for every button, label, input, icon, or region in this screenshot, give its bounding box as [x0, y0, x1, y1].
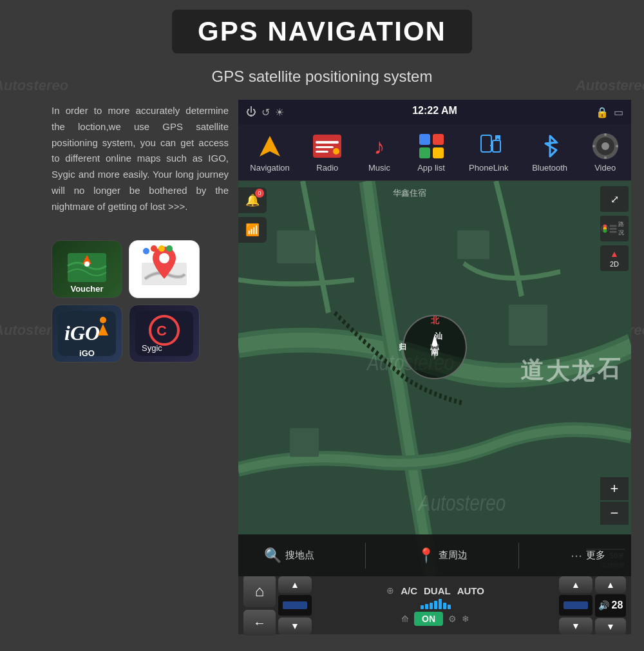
right-vol-up[interactable]: ▲: [559, 576, 592, 593]
svg-rect-52: [610, 228, 617, 230]
menu-bluetooth[interactable]: Bluetooth: [527, 129, 573, 175]
svg-point-6: [143, 248, 149, 254]
search-icon: 🔍: [264, 547, 281, 564]
svg-point-5: [159, 253, 169, 263]
svg-rect-40: [457, 231, 489, 259]
volume-value: 28: [612, 599, 623, 611]
svg-text:Sygic: Sygic: [142, 343, 162, 353]
menu-phonelink[interactable]: PhoneLink: [464, 129, 513, 175]
left-vol-up[interactable]: ▲: [278, 576, 312, 593]
sygic-app-icon[interactable]: C Sygic: [129, 305, 200, 363]
phonelink-icon: [475, 132, 503, 160]
ac-label: A/C: [401, 585, 417, 596]
svg-point-2: [84, 261, 90, 267]
vol-up-btn[interactable]: ▲: [595, 576, 626, 593]
menu-video[interactable]: Video: [586, 129, 625, 175]
svg-rect-26: [419, 147, 430, 158]
divider-1: [365, 543, 366, 569]
nearby-btn[interactable]: 📍 查周边: [417, 547, 468, 564]
zoom-out-btn[interactable]: −: [600, 502, 629, 525]
google-maps-icon[interactable]: [129, 240, 200, 298]
compass: 北 汕 归 南: [402, 315, 467, 379]
map-right-controls: ⤢ 路况 ▲ 2D: [600, 186, 631, 271]
bar-2: [425, 604, 428, 609]
title-bar: GPS NAVIGATION: [172, 10, 472, 53]
fullscreen-btn[interactable]: ⤢: [600, 186, 629, 212]
back-button[interactable]: ←: [243, 610, 276, 636]
nearby-icon: 📍: [417, 547, 435, 564]
brightness-icon[interactable]: ☀: [275, 106, 284, 118]
music-icon: ♪: [365, 132, 393, 160]
bar-3: [430, 603, 433, 609]
home-button[interactable]: ⌂: [243, 575, 276, 607]
menu-music[interactable]: ♪ Music: [360, 129, 399, 175]
page-title: GPS NAVIGATION: [198, 16, 446, 47]
topbar-right: 🔒 ▭: [596, 106, 623, 118]
svg-point-33: [601, 142, 609, 150]
search-label: 搜地点: [285, 549, 314, 561]
svg-rect-53: [610, 231, 617, 233]
screen-topbar: ⏻ ↺ ☀ 12:22 AM 🔒 ▭: [238, 100, 631, 124]
menu-radio[interactable]: Radio: [308, 129, 346, 175]
bar-4: [434, 601, 437, 609]
volume-display: 🔊 28: [595, 594, 626, 617]
svg-marker-18: [260, 136, 280, 156]
person-icon: ⟰: [401, 614, 409, 624]
north-cardinal: 北: [431, 315, 439, 326]
west-cardinal: 南: [431, 347, 439, 381]
menu-applist[interactable]: App list: [412, 129, 451, 175]
topbar-left: ⏻ ↺ ☀: [246, 106, 284, 118]
power-icon[interactable]: ⏻: [246, 106, 256, 118]
voucher-label: Voucher: [70, 284, 103, 294]
svg-rect-27: [433, 147, 444, 158]
right-vol-down[interactable]: ▼: [559, 618, 592, 634]
battery-icon: ▭: [614, 106, 623, 118]
right-vol-group: ▲ ▼: [559, 576, 592, 634]
heat-icon: ⚙: [448, 614, 457, 624]
svg-point-8: [158, 245, 165, 252]
more-label: 更多: [586, 549, 605, 561]
svg-marker-30: [495, 135, 500, 140]
home-back-group: ⌂ ←: [243, 575, 276, 636]
zoom-controls: + −: [600, 477, 629, 525]
svg-text:Autostereo: Autostereo: [417, 489, 506, 515]
refresh-icon[interactable]: ↺: [261, 106, 270, 118]
lock-icon[interactable]: 🔒: [596, 106, 609, 118]
left-vol-down[interactable]: ▼: [278, 618, 312, 634]
svg-text:C: C: [156, 323, 167, 339]
voucher-app-icon[interactable]: Voucher: [52, 240, 122, 298]
nearby-label: 查周边: [439, 549, 468, 561]
svg-rect-21: [316, 146, 334, 148]
volume-group: ▲ 🔊 28 ▼: [595, 576, 626, 635]
divider-2: [518, 543, 519, 569]
bar-1: [421, 605, 424, 609]
mode-2d-btn[interactable]: ▲ 2D: [600, 245, 629, 271]
dual-label: DUAL: [424, 585, 451, 596]
map-actions: 🔍 搜地点 📍 查周边 ··· 更多: [238, 534, 631, 576]
svg-point-23: [333, 148, 339, 155]
svg-rect-24: [419, 134, 430, 145]
defrost-icon: ❄: [462, 614, 469, 624]
wifi-btn[interactable]: 📶: [238, 217, 267, 243]
zoom-in-btn[interactable]: +: [600, 477, 629, 500]
speaker-icon: 🔊: [598, 600, 609, 610]
ac-bars: [421, 599, 451, 609]
bar-6: [443, 603, 446, 609]
location-text: 华鑫住宿: [393, 187, 426, 199]
notification-btn[interactable]: 🔔 0: [238, 187, 267, 213]
music-label: Music: [368, 163, 390, 173]
notification-badge: 0: [255, 189, 264, 198]
igo-app-icon[interactable]: iGO iGO: [52, 305, 122, 363]
igo-label: iGO: [79, 348, 95, 358]
traffic-btn[interactable]: 路况: [600, 216, 629, 241]
menu-navigation[interactable]: Navigation: [245, 129, 294, 175]
more-btn[interactable]: ··· 更多: [571, 547, 605, 564]
applist-label: App list: [417, 163, 445, 173]
vol-down-btn[interactable]: ▼: [595, 618, 626, 635]
svg-point-34: [604, 133, 607, 136]
svg-text:iGO: iGO: [64, 321, 100, 344]
radio-label: Radio: [316, 163, 338, 173]
svg-point-37: [616, 145, 618, 147]
search-place-btn[interactable]: 🔍 搜地点: [264, 547, 314, 564]
svg-rect-25: [433, 134, 444, 145]
